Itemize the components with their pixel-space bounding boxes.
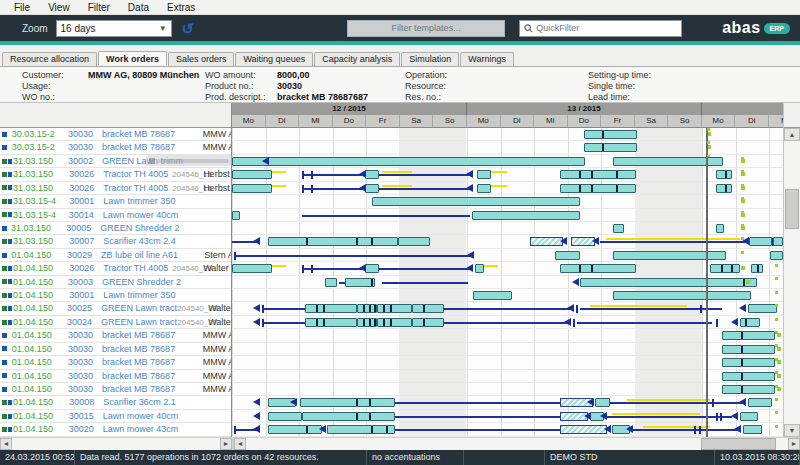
gantt-bar[interactable] <box>722 372 775 381</box>
tab-resource-allocation[interactable]: Resource allocation <box>2 52 97 66</box>
gantt-bar[interactable] <box>722 385 775 394</box>
vertical-scroll-thumb[interactable] <box>785 189 799 229</box>
tab-capacity-analysis[interactable]: Capacity analysis <box>314 52 400 66</box>
table-row[interactable]: 01.04.15030030bracket MB 78687MMW AG <box>0 329 231 342</box>
table-row[interactable]: 31.03.15030026Tractor TH 4005204546_15He… <box>0 168 231 181</box>
gantt-bar[interactable] <box>357 318 377 327</box>
gantt-bar[interactable] <box>372 197 580 206</box>
table-row[interactable]: 01.04.15030020Lawn mower 43cm <box>0 423 231 436</box>
scroll-right-button[interactable]: ► <box>788 438 800 450</box>
gantt-bar[interactable] <box>472 211 580 220</box>
table-row[interactable]: 01.04.15030026Tractor TH 4005204540_29Wa… <box>0 262 231 275</box>
undo-icon[interactable]: ↺ <box>182 21 195 36</box>
tab-simulation[interactable]: Simulation <box>401 52 459 66</box>
gantt-hscrollbar[interactable]: ◄ ► <box>234 438 800 450</box>
vertical-scrollbar[interactable]: ▲ ▼ <box>783 103 800 437</box>
table-row[interactable]: 31.03.15030007Scarifier 43cm 2.4 <box>0 235 231 248</box>
gantt-bar[interactable] <box>770 251 783 260</box>
gantt-bar[interactable] <box>722 345 775 354</box>
table-row[interactable]: 01.04.15030025GREEN Lawn tract204540_28W… <box>0 302 231 315</box>
tab-sales-orders[interactable]: Sales orders <box>168 52 235 66</box>
table-row[interactable]: 01.04.15030030bracket MB 78687MMW AG <box>0 383 231 396</box>
gantt-bar[interactable] <box>475 264 484 273</box>
gantt-bar[interactable] <box>268 412 302 421</box>
gantt-bar[interactable] <box>595 398 610 407</box>
gantt-bar[interactable] <box>740 318 760 327</box>
table-row[interactable]: 31.03.15-430014Lawn mower 40cm <box>0 209 231 222</box>
tab-work-orders[interactable]: Work orders <box>98 51 167 65</box>
gantt-bar[interactable] <box>357 304 377 313</box>
gantt-bar[interactable] <box>477 170 491 179</box>
gantt-bar[interactable] <box>325 278 337 287</box>
gantt-bar[interactable] <box>473 291 512 300</box>
scroll-left-button[interactable]: ◄ <box>0 438 12 450</box>
gantt-bar[interactable] <box>716 224 724 233</box>
gantt-bar[interactable] <box>268 237 398 246</box>
scroll-left-button[interactable]: ◄ <box>234 438 246 450</box>
gantt-bar[interactable] <box>398 237 430 246</box>
gantt-bar[interactable] <box>584 130 637 139</box>
table-row[interactable]: 01.04.15030024GREEN Lawn tract204540_27W… <box>0 316 231 329</box>
gantt-bar[interactable] <box>716 184 732 193</box>
table-row[interactable]: 01.04.15030030bracket MB 78687MMW AG <box>0 356 231 369</box>
menu-item-view[interactable]: View <box>39 2 79 13</box>
gantt-bar[interactable] <box>580 278 757 287</box>
scroll-up-button[interactable]: ▲ <box>784 128 800 141</box>
gantt-hscroll-thumb[interactable] <box>701 438 776 450</box>
gantt-bar[interactable] <box>722 358 775 367</box>
gantt-hatched-bar[interactable] <box>560 425 607 434</box>
table-row[interactable]: 01.04.15030008Scarifier 36cm 2.1 <box>0 396 231 409</box>
gantt-bar[interactable] <box>268 425 322 434</box>
gantt-bar[interactable] <box>365 264 379 273</box>
gantt-bar[interactable] <box>232 170 272 179</box>
table-row[interactable]: 01.04.15030029ZB lube oil line A61Stern … <box>0 249 231 262</box>
gantt-bar[interactable] <box>722 331 775 340</box>
gantt-bar[interactable] <box>412 318 444 327</box>
gantt-bar[interactable] <box>300 398 395 407</box>
menu-item-filter[interactable]: Filter <box>79 2 119 13</box>
gantt-bar[interactable] <box>232 211 240 220</box>
gantt-bar[interactable] <box>560 264 636 273</box>
gantt-bar[interactable] <box>345 278 375 287</box>
gantt-bar[interactable] <box>748 304 777 313</box>
gantt-bar[interactable] <box>710 264 740 273</box>
gantt-bar[interactable] <box>613 251 726 260</box>
table-row[interactable]: 31.03.15030005GREEN Shredder 2 <box>0 222 231 235</box>
table-row[interactable]: 30.03.15-230030bracket MB 78687MMW AG <box>0 141 231 154</box>
gantt-bar[interactable] <box>584 143 637 152</box>
gantt-bar[interactable] <box>377 318 412 327</box>
gantt-hatched-bar[interactable] <box>530 237 563 246</box>
menu-item-data[interactable]: Data <box>119 2 158 13</box>
table-row[interactable]: 31.03.15-430001Lawn trimmer 350 <box>0 195 231 208</box>
gantt-bar[interactable] <box>412 304 444 313</box>
table-hscroll-track[interactable] <box>12 438 220 450</box>
table-row[interactable]: 01.04.15030015Lawn mower 40cm <box>0 410 231 423</box>
gantt-bar[interactable] <box>740 412 758 421</box>
gantt-bar[interactable] <box>749 237 772 246</box>
menu-item-file[interactable]: File <box>5 2 39 13</box>
gantt-bar[interactable] <box>773 237 783 246</box>
filter-templates-button[interactable]: Filter templates... <box>347 20 505 37</box>
gantt-bar[interactable] <box>748 398 772 407</box>
table-row[interactable]: 01.04.15030003GREEN Shredder 2 <box>0 276 231 289</box>
gantt-bar[interactable] <box>365 184 379 193</box>
gantt-bar[interactable] <box>305 318 357 327</box>
gantt-bar[interactable] <box>716 170 732 179</box>
tab-warnings[interactable]: Warnings <box>460 52 514 66</box>
quickfilter-box[interactable] <box>519 20 682 37</box>
table-row[interactable]: 31.03.15030026Tractor TH 4005204546_16He… <box>0 182 231 195</box>
quickfilter-input[interactable] <box>536 23 666 33</box>
gantt-bar[interactable] <box>327 425 395 434</box>
vertical-scroll-track[interactable] <box>784 141 800 424</box>
gantt-bar[interactable] <box>232 184 272 193</box>
zoom-select[interactable]: 16 days ▼ <box>56 20 172 37</box>
gantt-bar[interactable] <box>751 264 763 273</box>
scroll-down-button[interactable]: ▼ <box>784 424 800 437</box>
table-row[interactable]: 01.04.15030030bracket MB 78687MMW AG <box>0 370 231 383</box>
gantt-bar[interactable] <box>743 425 762 434</box>
gantt-bar[interactable] <box>365 170 379 179</box>
gantt-bar[interactable] <box>377 304 412 313</box>
scroll-right-button[interactable]: ► <box>220 438 232 450</box>
gantt-bar[interactable] <box>232 157 585 166</box>
gantt-bar[interactable] <box>560 170 636 179</box>
